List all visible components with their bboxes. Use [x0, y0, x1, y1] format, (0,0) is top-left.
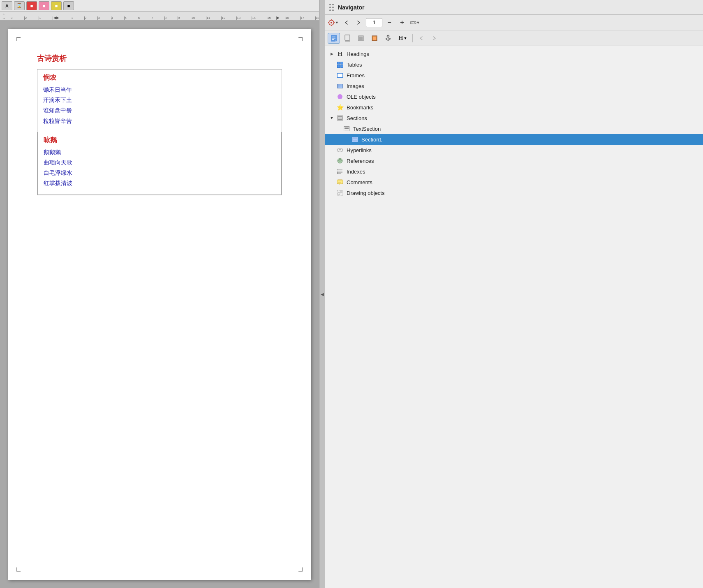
tree-label-ole: OLE objects [347, 94, 376, 100]
svg-rect-11 [345, 35, 350, 40]
tree-item-references[interactable]: ▶ References [325, 155, 703, 166]
svg-rect-8 [332, 38, 335, 39]
corner-tl [16, 37, 21, 41]
tree-item-bookmarks[interactable]: ▶ ⭐ Bookmarks [325, 102, 703, 113]
nav-icon-btn-1[interactable] [328, 33, 340, 44]
nav-icon-btn-3[interactable] [355, 33, 367, 44]
nav-prev-item-btn[interactable] [415, 33, 427, 44]
tree-item-textsection[interactable]: ▶ TextSection [325, 123, 703, 134]
nav-next-item-btn[interactable] [428, 33, 441, 44]
tree-item-tables[interactable]: ▶ Tables [325, 59, 703, 70]
tree-item-drawing-objects[interactable]: ▶ Drawing objects [325, 188, 703, 198]
tree-item-section1[interactable]: ▶ Section1 [325, 134, 703, 145]
references-icon [336, 157, 344, 165]
nav-toolbar-1: ▼ − + ▼ [325, 15, 703, 30]
section-outer-box: 悯农 锄禾日当午 汗滴禾下土 谁知盘中餐 粒粒皆辛苦 咏鹅 鹅鹅鹅 曲项向天歌 … [37, 69, 282, 195]
nav-icon-btn-2[interactable] [341, 33, 354, 44]
tree-label-tables: Tables [347, 62, 362, 68]
nav-header: Navigator [325, 0, 703, 15]
svg-rect-9 [332, 39, 334, 40]
nav-minus-btn[interactable]: − [384, 17, 395, 28]
poem-line-1-2: 汗滴禾下土 [43, 95, 276, 105]
poem-line-1-4: 粒粒皆辛苦 [43, 116, 276, 126]
toolbar-separator-1 [412, 34, 413, 42]
nav-icon-btn-4[interactable] [368, 33, 381, 44]
comments-icon [336, 178, 344, 186]
nav-icon-btn-5[interactable] [382, 33, 394, 44]
tree-item-indexes[interactable]: ▶ Indexes [325, 166, 703, 177]
tree-label-sections: Sections [347, 115, 367, 121]
svg-point-17 [387, 35, 389, 37]
svg-point-30 [337, 173, 338, 174]
toolbar-btn-4[interactable]: ■ [39, 1, 49, 10]
tree-item-images[interactable]: ▶ Images [325, 81, 703, 91]
toolbar-btn-6[interactable]: ■ [63, 1, 74, 10]
nav-toolbar-2: H ▼ [325, 30, 703, 46]
tree-label-frames: Frames [347, 72, 365, 79]
tree-item-sections[interactable]: ▼ Sections [325, 113, 703, 123]
sections-icon [336, 114, 344, 122]
nav-back-btn[interactable] [340, 17, 352, 28]
poem-line-2-4: 红掌拨清波 [44, 178, 275, 188]
tree-label-references: References [347, 158, 374, 164]
table-icon [336, 60, 344, 69]
textsection-icon [342, 125, 351, 133]
svg-rect-7 [332, 37, 335, 37]
tree-item-hyperlinks[interactable]: ▶ Hyperlinks [325, 145, 703, 155]
tree-label-images: Images [347, 83, 364, 89]
tree-label-textsection: TextSection [353, 126, 381, 132]
svg-rect-31 [337, 180, 343, 184]
hyperlink-icon [336, 146, 344, 154]
tree-label-comments: Comments [347, 179, 372, 185]
tree-label-hyperlinks: Hyperlinks [347, 147, 372, 153]
toolbar-btn-1[interactable]: A [2, 1, 12, 10]
poem-section-1: 悯农 锄禾日当午 汗滴禾下土 谁知盘中餐 粒粒皆辛苦 [37, 69, 282, 132]
svg-point-28 [337, 171, 338, 171]
toolbar-btn-3[interactable]: ■ [26, 1, 37, 10]
section-inner-box: 咏鹅 鹅鹅鹅 曲项向天歌 白毛浮绿水 红掌拨清波 [37, 132, 282, 195]
nav-tree[interactable]: ▶ H Headings ▶ Tables ▶ [325, 46, 703, 588]
tree-toggle-sections[interactable]: ▼ [328, 115, 335, 121]
nav-plus-btn[interactable]: + [396, 17, 408, 28]
tree-label-headings: Headings [347, 51, 369, 57]
poem-line-2-3: 白毛浮绿水 [44, 168, 275, 178]
corner-br [298, 567, 303, 572]
tree-item-ole[interactable]: ▶ OLE objects [325, 91, 703, 102]
tree-toggle-headings[interactable]: ▶ [328, 51, 335, 57]
poem-title-1: 悯农 [43, 74, 276, 82]
document-area: A ⌛ ■ ■ ■ ■ ← → 3 2 1 ◀▶ 1 2 3 4 5 [0, 0, 319, 588]
poem-line-2-1: 鹅鹅鹅 [44, 147, 275, 157]
tree-label-bookmarks: Bookmarks [347, 104, 373, 111]
svg-rect-16 [373, 37, 376, 40]
svg-point-27 [337, 169, 338, 170]
navigator-panel: Navigator ▼ [325, 0, 703, 588]
image-icon [336, 82, 344, 90]
tree-item-frames[interactable]: ▶ Frames [325, 70, 703, 81]
page-number-input[interactable] [366, 18, 382, 27]
nav-forward-btn[interactable] [353, 17, 365, 28]
toolbar-btn-5[interactable]: ■ [51, 1, 62, 10]
indexes-icon [336, 167, 344, 176]
tree-item-headings[interactable]: ▶ H Headings [325, 49, 703, 59]
poem-line-2-2: 曲项向天歌 [44, 157, 275, 168]
collapse-arrow: ◀ [321, 292, 324, 296]
section1-icon [351, 135, 359, 144]
tree-item-comments[interactable]: ▶ Comments [325, 177, 703, 188]
svg-marker-32 [338, 184, 340, 185]
frame-icon [336, 71, 344, 79]
toolbar-btn-2[interactable]: ⌛ [14, 1, 25, 10]
poem-section-2: 咏鹅 鹅鹅鹅 曲项向天歌 白毛浮绿水 红掌拨清波 [38, 132, 281, 194]
svg-point-36 [338, 192, 340, 195]
poem-line-1-1: 锄禾日当午 [43, 85, 276, 95]
doc-scroll[interactable]: 古诗赏析 悯农 锄禾日当午 汗滴禾下土 谁知盘中餐 粒粒皆辛苦 咏鹅 鹅鹅鹅 曲… [0, 21, 319, 588]
svg-point-1 [331, 22, 332, 23]
navigator-title: Navigator [338, 4, 699, 11]
nav-link-btn[interactable]: ▼ [409, 17, 421, 28]
poem-title-2: 咏鹅 [44, 136, 275, 145]
nav-target-btn[interactable]: ▼ [328, 17, 339, 28]
corner-tr [298, 37, 303, 41]
doc-title: 古诗赏析 [37, 53, 282, 63]
panel-divider[interactable]: ◀ [319, 0, 325, 588]
drag-handle [329, 4, 334, 11]
nav-heading-level-btn[interactable]: H ▼ [395, 33, 410, 44]
